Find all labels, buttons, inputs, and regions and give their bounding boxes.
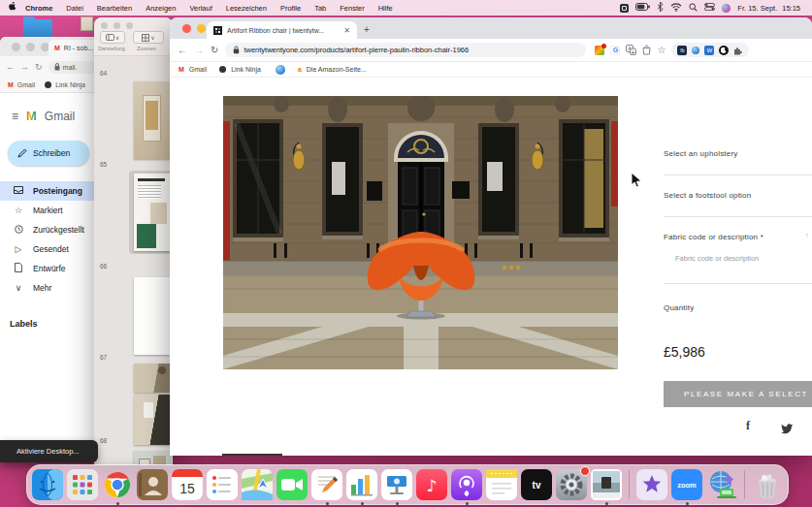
dock-reminders-icon[interactable] [207,469,238,500]
back-icon[interactable]: ← [6,62,15,72]
desktop-file-icon[interactable] [81,16,93,31]
menu-anzeigen[interactable]: Anzeigen [139,4,182,13]
thumbnail-facade[interactable] [222,454,282,456]
make-selection-button[interactable]: PLEASE MAKE A SELECT [664,381,812,407]
shop-window: Artifort Ribbon chair | twentytw... ✕ + … [170,17,812,456]
forward-icon[interactable]: → [20,62,29,72]
menubar-time[interactable]: 15:15 [782,4,800,13]
extensions-puzzle-icon[interactable] [733,42,743,59]
dock-chrome-icon[interactable] [102,469,133,500]
dock-facetime-icon[interactable] [276,469,308,500]
dock-podcasts-icon[interactable] [451,469,482,500]
menu-verlauf[interactable]: Verlauf [182,4,218,13]
dock-imovie-icon[interactable] [636,469,667,500]
sidebar-view-icon[interactable]: ∨ [100,31,125,44]
wave-extension-icon[interactable]: W [704,46,714,55]
shop-tab[interactable]: Artifort Ribbon chair | twentytw... ✕ [207,21,357,39]
dock-contacts-icon[interactable] [137,469,168,500]
menu-fenster[interactable]: Fenster [333,4,371,13]
apple-icon[interactable] [8,2,16,14]
input-source-icon[interactable] [620,4,629,13]
bookmark-gmail[interactable]: Gmail [189,66,207,73]
menu-hilfe[interactable]: Hilfe [372,4,400,13]
reload-icon[interactable]: ↻ [211,45,218,55]
page-thumbnail-selected[interactable] [134,174,170,251]
bluetooth-icon[interactable] [657,2,664,14]
zoom-controls-icon[interactable]: ∨ [133,31,164,44]
page-thumbnail[interactable] [134,364,170,393]
notification-badge [580,466,590,476]
page-thumbnail[interactable] [134,451,170,465]
fabric-expand-icon[interactable]: ↑ [805,232,809,238]
dock-trash-icon[interactable] [752,469,783,500]
divider [664,216,812,217]
forward-icon[interactable]: → [194,45,204,55]
bookmark-gmail[interactable]: Gmail [17,81,35,88]
menubar-date[interactable]: Fr. 15. Sept. [737,4,777,13]
page-thumbnail[interactable] [134,81,170,159]
menu-datei[interactable]: Datei [59,4,90,13]
google-icon[interactable]: G [610,46,620,55]
dock-music-icon[interactable]: ♪ [416,469,447,500]
menu-bearbeiten[interactable]: Bearbeiten [90,4,139,13]
battery-icon[interactable] [635,3,650,13]
bookmark-star-icon[interactable]: ☆ [657,45,666,55]
sphere-extension-icon[interactable] [692,47,699,54]
footstool-heading[interactable]: Select a footstool option [664,191,751,200]
page-number: 67 [100,354,107,361]
bookmark-link-ninja[interactable]: Link Ninja [55,81,85,88]
desktop-notification[interactable]: Aktiviere Desktop... [0,440,98,462]
dock-notes-icon[interactable] [486,469,517,500]
menu-bar: Chrome Datei Bearbeiten Anzeigen Verlauf… [0,0,812,16]
gmail-traffic-lights[interactable] [12,43,49,51]
spotlight-search-icon[interactable] [689,3,698,14]
moon-extension-icon[interactable] [719,46,729,55]
dock-settings-icon[interactable] [556,469,587,500]
address-bar[interactable]: twentytwentyone.com/products/artifort-pi… [225,43,586,57]
dock-launchpad-icon[interactable] [67,469,98,500]
dock-numbers-icon[interactable] [346,469,377,500]
sphere-bookmark-icon[interactable] [276,65,285,75]
preview-traffic-lights[interactable] [101,22,133,29]
translate-icon[interactable]: A [626,42,636,59]
star-icon: ☆ [14,206,23,215]
page-thumbnail[interactable] [134,395,170,445]
siri-icon[interactable] [722,4,731,13]
control-center-icon[interactable] [704,3,715,13]
fabric-code-input[interactable] [673,253,809,264]
menu-lesezeichen[interactable]: Lesezeichen [219,4,274,13]
bookmark-link-ninja[interactable]: Link Ninja [231,66,261,73]
extension-colorful-icon[interactable] [595,46,604,55]
dock-appletv-icon[interactable]: tv [521,469,552,500]
twitter-icon[interactable] [781,421,794,438]
fabric-heading[interactable]: Fabric code or description * [664,233,763,241]
mouse-cursor [631,172,642,193]
dock: 15 ♪ tv zoom [26,464,789,505]
page-thumbnail[interactable] [134,277,170,355]
link-ninja-icon [45,81,51,88]
menu-profile[interactable]: Profile [274,4,308,13]
fb-extension-icon[interactable]: fb [677,46,687,55]
shopping-icon[interactable] [642,42,651,59]
dock-keynote-icon[interactable] [381,469,412,500]
facebook-icon[interactable]: f [746,419,750,433]
bookmark-amazon[interactable]: Die Amazon-Seite... [307,66,367,73]
hamburger-menu-icon[interactable]: ≡ [12,110,18,123]
dock-pages-icon[interactable] [311,469,342,500]
wifi-icon[interactable] [670,3,682,14]
dock-calendar-icon[interactable]: 15 [172,469,203,500]
product-image[interactable] [223,96,618,369]
reload-icon[interactable]: ↻ [35,62,43,72]
menu-chrome[interactable]: Chrome [18,4,59,13]
menu-tab[interactable]: Tab [308,4,333,13]
upholstery-heading[interactable]: Select an upholstery [664,149,738,158]
back-icon[interactable]: ← [178,45,187,55]
dock-finder-icon[interactable] [32,469,63,500]
new-tab-icon[interactable]: + [364,24,370,35]
dock-maps-icon[interactable] [242,469,273,500]
dock-remote-desktop-icon[interactable] [706,469,737,500]
close-tab-icon[interactable]: ✕ [343,26,350,35]
compose-button[interactable]: Schreiben [8,141,89,166]
dock-zoom-icon[interactable]: zoom [671,469,702,500]
dock-minimized-photo-window[interactable] [591,469,622,500]
